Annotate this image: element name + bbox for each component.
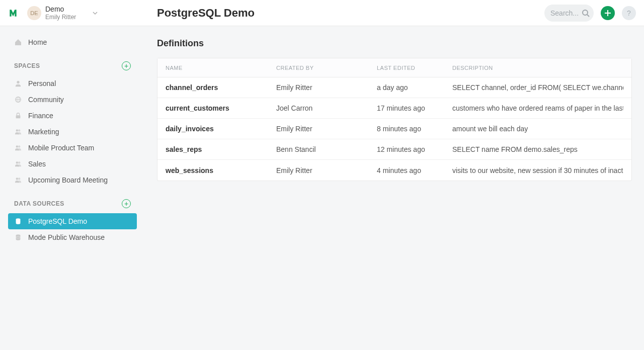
svg-point-9 xyxy=(16,129,18,131)
spaces-section-label: SPACES xyxy=(14,62,40,69)
sidebar-item-label: PostgreSQL Demo xyxy=(28,217,87,225)
sidebar-data-source-item[interactable]: Mode Public Warehouse xyxy=(8,229,137,245)
col-header-name[interactable]: NAME xyxy=(166,65,276,71)
search-placeholder: Search... xyxy=(550,9,579,17)
sidebar-space-item[interactable]: Personal xyxy=(8,75,137,92)
svg-rect-8 xyxy=(16,115,21,118)
def-last-edited: 12 minutes ago xyxy=(377,145,452,153)
chevron-down-icon xyxy=(92,10,98,16)
page-title: PostgreSQL Demo xyxy=(157,7,255,20)
search-input[interactable]: Search... xyxy=(544,5,594,22)
account-name: Demo xyxy=(45,5,76,14)
help-button[interactable]: ? xyxy=(622,6,636,20)
nav-home[interactable]: Home xyxy=(8,34,137,50)
sidebar-item-label: Finance xyxy=(28,112,53,120)
col-header-last-edited[interactable]: LAST EDITED xyxy=(377,65,452,71)
table-row[interactable]: daily_invoicesEmily Ritter8 minutes agoa… xyxy=(157,119,631,139)
def-created-by: Joel Carron xyxy=(276,104,377,112)
def-name: channel_orders xyxy=(166,83,276,92)
sidebar-data-source-item[interactable]: PostgreSQL Demo xyxy=(8,213,137,229)
def-last-edited: a day ago xyxy=(377,83,452,92)
def-created-by: Emily Ritter xyxy=(276,125,377,133)
def-description: customers who have ordered reams of pape… xyxy=(452,104,623,112)
sidebar-item-label: Personal xyxy=(28,79,56,88)
sidebar-space-item[interactable]: Upcoming Board Meeting xyxy=(8,172,137,188)
def-description: visits to our website, new session if 30… xyxy=(452,166,623,174)
col-header-created-by[interactable]: CREATED BY xyxy=(276,65,377,71)
sidebar-item-label: Mode Public Warehouse xyxy=(28,233,105,241)
add-button[interactable] xyxy=(601,6,615,20)
account-user: Emily Ritter xyxy=(45,14,76,21)
globe-icon xyxy=(14,96,22,104)
table-row[interactable]: sales_repsBenn Stancil12 minutes agoSELE… xyxy=(157,139,631,160)
sidebar-item-label: Upcoming Board Meeting xyxy=(28,176,108,184)
svg-line-1 xyxy=(587,15,589,17)
sidebar-space-item[interactable]: Mobile Product Team xyxy=(8,140,137,156)
def-last-edited: 8 minutes ago xyxy=(377,125,452,133)
def-created-by: Emily Ritter xyxy=(276,83,377,92)
user-icon xyxy=(14,79,22,88)
table-row[interactable]: web_sessionsEmily Ritter4 minutes agovis… xyxy=(157,160,631,181)
svg-point-13 xyxy=(16,161,18,163)
sidebar-space-item[interactable]: Community xyxy=(8,92,137,108)
logo[interactable] xyxy=(8,8,18,18)
svg-point-0 xyxy=(583,10,588,15)
def-name: web_sessions xyxy=(166,166,276,174)
database-icon xyxy=(14,233,22,241)
users-icon xyxy=(14,128,22,136)
definitions-title: Definitions xyxy=(157,38,632,49)
def-description: SELECT channel, order_id FROM( SELECT we… xyxy=(452,83,623,92)
def-name: daily_invoices xyxy=(166,125,276,133)
svg-point-10 xyxy=(18,129,20,131)
def-last-edited: 4 minutes ago xyxy=(377,166,452,174)
users-icon xyxy=(14,176,22,184)
sidebar-space-item[interactable]: Sales xyxy=(8,156,137,172)
definitions-table: NAME CREATED BY LAST EDITED DESCRIPTION … xyxy=(157,58,632,181)
sidebar-space-item[interactable]: Marketing xyxy=(8,124,137,140)
def-created-by: Benn Stancil xyxy=(276,145,377,153)
table-row[interactable]: current_customersJoel Carron17 minutes a… xyxy=(157,98,631,119)
users-icon xyxy=(14,144,22,152)
nav-home-label: Home xyxy=(28,38,47,46)
def-last-edited: 17 minutes ago xyxy=(377,104,452,112)
add-space-button[interactable]: + xyxy=(122,61,131,70)
sidebar-item-label: Community xyxy=(28,96,64,104)
users-icon xyxy=(14,160,22,168)
def-name: sales_reps xyxy=(166,145,276,153)
add-data-source-button[interactable]: + xyxy=(122,199,131,208)
col-header-description[interactable]: DESCRIPTION xyxy=(452,65,623,71)
sidebar-item-label: Marketing xyxy=(28,128,59,136)
account-avatar: DE xyxy=(27,6,41,20)
sidebar-item-label: Mobile Product Team xyxy=(28,144,94,152)
sidebar-space-item[interactable]: Finance xyxy=(8,108,137,124)
def-name: current_customers xyxy=(166,104,276,112)
data-sources-section-label: DATA SOURCES xyxy=(14,200,64,207)
svg-point-15 xyxy=(16,178,18,180)
svg-point-14 xyxy=(18,161,20,163)
svg-point-11 xyxy=(16,145,18,147)
search-icon xyxy=(582,9,590,17)
home-icon xyxy=(14,38,22,46)
def-description: SELECT name FROM demo.sales_reps xyxy=(452,145,623,153)
account-switcher[interactable]: DE Demo Emily Ritter xyxy=(27,5,98,21)
svg-point-16 xyxy=(18,178,20,180)
svg-point-4 xyxy=(17,81,19,83)
table-row[interactable]: channel_ordersEmily Rittera day agoSELEC… xyxy=(157,77,631,98)
lock-icon xyxy=(14,112,22,120)
def-created-by: Emily Ritter xyxy=(276,166,377,174)
sidebar-item-label: Sales xyxy=(28,160,46,168)
def-description: amount we bill each day xyxy=(452,125,623,133)
svg-point-12 xyxy=(18,145,20,147)
database-icon xyxy=(14,217,22,225)
